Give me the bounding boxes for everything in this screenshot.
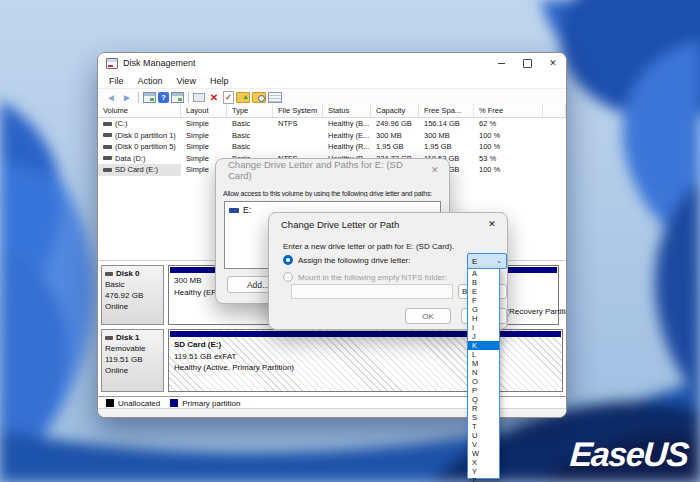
volume-cell: 100 %	[474, 130, 543, 142]
partition-recovery[interactable]: Healthy (Recovery Partition)	[502, 265, 559, 325]
drive-letter-combobox[interactable]: E	[467, 253, 507, 269]
column-header-volume[interactable]: Volume	[98, 104, 181, 117]
volume-icon	[103, 145, 112, 149]
column-header-type[interactable]: Type	[227, 104, 273, 117]
legend-item: Primary partition	[170, 399, 240, 408]
details-icon[interactable]	[268, 92, 282, 103]
disk-icon	[105, 336, 113, 340]
column-header-layout[interactable]: Layout	[181, 104, 227, 117]
legend-swatch	[170, 399, 178, 407]
drive-letter-option-H[interactable]: H	[468, 314, 499, 323]
drive-letter-option-Q[interactable]: Q	[468, 395, 499, 404]
column-header-file-system[interactable]: File System	[273, 104, 323, 117]
minimize-icon[interactable]	[488, 53, 514, 73]
volume-cell: 300 MB	[371, 130, 419, 142]
forward-icon[interactable]	[120, 91, 134, 104]
menu-view[interactable]: View	[170, 76, 203, 86]
drive-letter-option-E[interactable]: E	[468, 287, 499, 296]
delete-icon[interactable]	[207, 91, 221, 104]
column-header-filler	[543, 104, 566, 117]
volume-cell: Healthy (B...	[323, 118, 371, 130]
volume-cell: Basic	[227, 118, 273, 130]
column-header-status[interactable]: Status	[323, 104, 371, 117]
volume-name-cell: (Disk 0 partition 5)	[98, 141, 181, 153]
volume-cell: Basic	[227, 141, 273, 153]
assign-letter-radio[interactable]: Assign the following drive letter:	[283, 255, 411, 265]
toolbar-separator	[188, 92, 189, 103]
drive-letter-option-O[interactable]: O	[468, 377, 499, 386]
volume-cell: 100 %	[474, 164, 543, 176]
menu-action[interactable]: Action	[131, 76, 170, 86]
window-title: Disk Management	[123, 58, 196, 68]
drive-letter-option-Z[interactable]: Z	[468, 476, 499, 482]
drive-letter-option-J[interactable]: J	[468, 332, 499, 341]
column-header-free-spa-[interactable]: Free Spa...	[419, 104, 474, 117]
drive-letter-option-B[interactable]: B	[468, 278, 499, 287]
volume-cell: Simple	[181, 130, 227, 142]
volume-row[interactable]: (Disk 0 partition 1)SimpleBasicHealthy (…	[98, 130, 566, 142]
dialog-instruction: Enter a new drive letter or path for E: …	[283, 242, 454, 251]
popup-icon[interactable]	[193, 93, 205, 102]
drive-letter-option-Y[interactable]: Y	[468, 467, 499, 476]
close-icon[interactable]	[420, 165, 449, 175]
drive-letter-option-N[interactable]: N	[468, 368, 499, 377]
column-header--free[interactable]: % Free	[474, 104, 543, 117]
disk1-label[interactable]: Disk 1 Removable 119.51 GB Online	[101, 329, 164, 392]
close-icon[interactable]	[540, 53, 566, 73]
check-document-icon[interactable]	[223, 91, 234, 104]
volume-list-header: VolumeLayoutTypeFile SystemStatusCapacit…	[98, 104, 566, 118]
drive-letter-option-A[interactable]: A	[468, 269, 499, 278]
drive-letter-option-W[interactable]: W	[468, 449, 499, 458]
mount-folder-radio[interactable]: Mount in the following empty NTFS folder…	[283, 272, 447, 282]
drive-letter-option-M[interactable]: M	[468, 359, 499, 368]
console-window-icon[interactable]	[143, 92, 156, 103]
volume-cell	[273, 141, 323, 153]
disk-management-icon	[106, 58, 118, 69]
console-tree-icon[interactable]	[171, 92, 184, 103]
ok-button[interactable]: OK	[405, 308, 451, 324]
folder-up-icon[interactable]	[236, 92, 250, 103]
drive-letter-option-F[interactable]: F	[468, 296, 499, 305]
partition-sd-card[interactable]: SD Card (E:) 119.51 GB exFAT Healthy (Ac…	[168, 329, 563, 392]
drive-icon	[229, 208, 239, 213]
column-header-capacity[interactable]: Capacity	[371, 104, 419, 117]
drive-letter-option-R[interactable]: R	[468, 404, 499, 413]
chevron-down-icon	[496, 257, 502, 265]
volume-cell: Basic	[227, 130, 273, 142]
volume-row[interactable]: (C:)SimpleBasicNTFSHealthy (B...249.96 G…	[98, 118, 566, 130]
volume-cell: 156.14 GB	[419, 118, 474, 130]
volume-row[interactable]: (Disk 0 partition 5)SimpleBasicHealthy (…	[98, 141, 566, 153]
dialog-instruction: Allow access to this volume by using the…	[223, 190, 446, 197]
drive-letter-option-I[interactable]: I	[468, 323, 499, 332]
disk0-label[interactable]: Disk 0 Basic 476.92 GB Online	[101, 265, 164, 325]
drive-letter-option-V[interactable]: V	[468, 440, 499, 449]
drive-letter-option-U[interactable]: U	[468, 431, 499, 440]
drive-letter-option-X[interactable]: X	[468, 458, 499, 467]
drive-letter-option-P[interactable]: P	[468, 386, 499, 395]
close-icon[interactable]	[477, 219, 507, 229]
volume-cell: 300 MB	[419, 130, 474, 142]
folder-search-icon[interactable]	[252, 92, 266, 103]
menu-help[interactable]: Help	[203, 76, 236, 86]
back-icon[interactable]	[104, 91, 118, 104]
help-icon[interactable]	[158, 92, 169, 103]
drive-letter-option-K[interactable]: K	[468, 341, 499, 350]
volume-name-cell: (Disk 0 partition 1)	[98, 130, 181, 142]
drive-letter-option-T[interactable]: T	[468, 422, 499, 431]
volume-cell	[273, 130, 323, 142]
drive-letter-dropdown[interactable]: ABEFGHIJKLMNOPQRSTUVWXYZ	[467, 268, 500, 479]
volume-name-cell: Data (D:)	[98, 153, 181, 165]
drive-letter-option-L[interactable]: L	[468, 350, 499, 359]
mount-path-input[interactable]	[291, 284, 453, 299]
drive-letter-option-G[interactable]: G	[468, 305, 499, 314]
volume-icon	[103, 122, 112, 126]
screen: { "wallpaper": { "base_top": "#c0d6ee", …	[0, 0, 700, 482]
partition-color-strip	[504, 267, 557, 273]
volume-cell: 1.95 GB	[371, 141, 419, 153]
menu-file[interactable]: File	[102, 76, 131, 86]
drive-letter-option-S[interactable]: S	[468, 413, 499, 422]
maximize-icon[interactable]	[514, 53, 540, 73]
volume-name-cell: (C:)	[98, 118, 181, 130]
volume-icon	[103, 168, 112, 172]
disk-icon	[105, 272, 113, 276]
